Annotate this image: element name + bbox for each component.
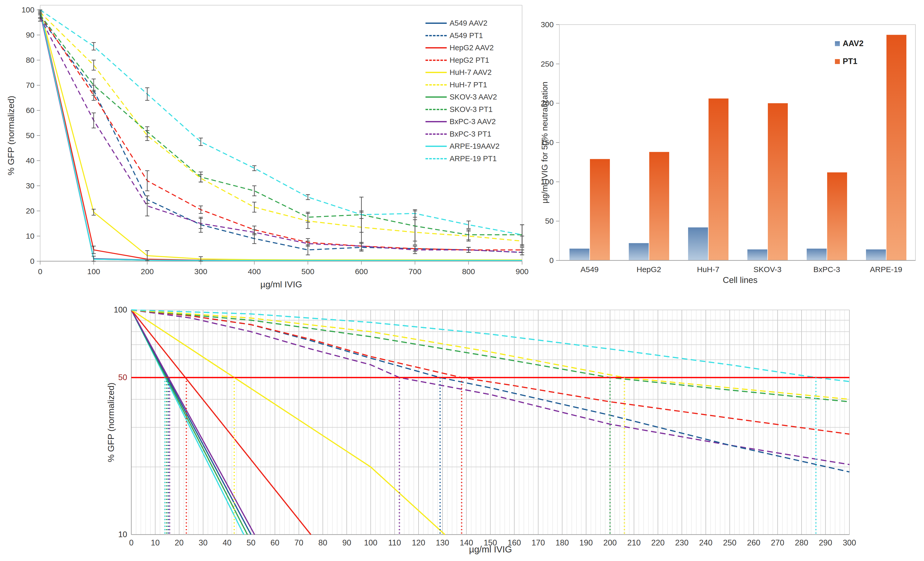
x-tick-label: 250 <box>723 538 736 547</box>
y-tick-label: 20 <box>26 206 34 215</box>
x-tick-label: 280 <box>795 538 808 547</box>
y-tick-label: 50 <box>118 373 127 382</box>
legend-line-sample <box>426 84 447 86</box>
x-tick-label: 400 <box>248 267 261 276</box>
x-tick-label: 100 <box>364 538 377 547</box>
legend-label: ARPE-19 PT1 <box>450 155 497 163</box>
bar-aav2-bxpc-3 <box>807 249 826 261</box>
legend-line-sample <box>426 109 447 110</box>
legend-item: ARPE-19 PT1 <box>426 153 500 165</box>
chart1-y-axis-label: % GFP (normalized) <box>6 96 16 175</box>
legend-swatch-pt1 <box>835 59 840 64</box>
x-tick-label: 210 <box>627 538 641 547</box>
y-tick-label: 50 <box>545 217 554 225</box>
y-tick-label: 90 <box>26 30 34 39</box>
x-tick-label: 120 <box>412 538 425 547</box>
chart2-legend: AAV2 PT1 <box>835 39 863 66</box>
x-tick-label: 80 <box>318 538 327 547</box>
chart2-x-axis-label: Cell lines <box>723 275 758 285</box>
bar-aav2-huh-7 <box>688 227 708 260</box>
x-tick-label: 10 <box>151 538 159 547</box>
chart2-y-axis-label: µg/ml IVIG for 50% neutralization <box>540 82 549 203</box>
legend-label: AAV2 <box>843 39 863 48</box>
legend-line-sample <box>426 134 447 135</box>
legend-item: SKOV-3 PT1 <box>426 104 500 116</box>
x-tick-label: 180 <box>555 538 569 547</box>
legend-line-sample <box>426 146 447 147</box>
x-tick-label: 900 <box>516 267 528 276</box>
legend-label: PT1 <box>843 57 858 66</box>
y-tick-label: 100 <box>114 305 127 314</box>
legend-item: HepG2 AAV2 <box>426 42 500 54</box>
x-tick-label: 170 <box>531 538 545 547</box>
legend-item: BxPC-3 AAV2 <box>426 116 500 128</box>
x-tick-label: 290 <box>819 538 832 547</box>
legend-line-sample <box>426 121 447 122</box>
y-tick-label: 80 <box>26 56 34 64</box>
legend-label: HuH-7 PT1 <box>450 81 487 89</box>
bar-aav2-arpe-19 <box>866 250 886 260</box>
legend-line-sample <box>426 60 447 61</box>
legend-label: HepG2 AAV2 <box>450 44 494 52</box>
legend-item: HuH-7 PT1 <box>426 79 500 91</box>
y-tick-label: 50 <box>26 131 34 140</box>
x-tick-label: 90 <box>342 538 351 547</box>
category-label: HuH-7 <box>697 265 719 274</box>
x-tick-label: 200 <box>141 267 154 276</box>
legend-label: SKOV-3 AAV2 <box>450 93 497 101</box>
legend-swatch-aav2 <box>835 41 840 46</box>
legend-line-sample <box>426 47 447 48</box>
legend-item: A549 AAV2 <box>426 17 500 30</box>
legend-item: HepG2 PT1 <box>426 54 500 66</box>
legend-label: HuH-7 AAV2 <box>450 68 492 77</box>
legend-label: SKOV-3 PT1 <box>450 105 492 114</box>
bar-pt1-arpe-19 <box>886 35 906 260</box>
series-hepg2-aav2 <box>131 310 311 535</box>
x-tick-label: 240 <box>699 538 712 547</box>
x-tick-label: 200 <box>603 538 617 547</box>
legend-label: ARPE-19AAV2 <box>450 142 500 150</box>
y-tick-label: 60 <box>26 106 34 114</box>
x-tick-label: 70 <box>294 538 303 547</box>
bar-pt1-huh-7 <box>708 98 729 260</box>
x-tick-label: 50 <box>246 538 255 547</box>
chart3-x-axis-label: µg/ml IVIG <box>469 544 512 555</box>
x-tick-label: 100 <box>87 267 100 276</box>
legend-label: A549 AAV2 <box>450 19 488 27</box>
legend-item: PT1 <box>835 57 863 66</box>
x-tick-label: 270 <box>771 538 784 547</box>
x-tick-label: 20 <box>175 538 184 547</box>
bar-pt1-hepg2 <box>649 152 669 260</box>
y-tick-label: 300 <box>541 20 554 29</box>
series-huh-7-aav2 <box>131 310 445 535</box>
bar-aav2-skov-3 <box>747 250 767 260</box>
y-tick-label: 10 <box>118 530 127 539</box>
x-tick-label: 130 <box>436 538 449 547</box>
y-tick-label: 0 <box>30 257 34 265</box>
legend-label: BxPC-3 PT1 <box>450 130 491 138</box>
y-tick-label: 0 <box>549 256 554 265</box>
chart1-legend: A549 AAV2 A549 PT1 HepG2 AAV2 HepG2 PT1 … <box>426 17 500 165</box>
ic50-log-line-chart: 0102030405060708090100110120130140150160… <box>0 298 924 561</box>
x-tick-label: 300 <box>843 538 856 547</box>
legend-label: A549 PT1 <box>450 32 483 40</box>
category-label: BxPC-3 <box>813 265 840 274</box>
x-tick-label: 600 <box>355 267 368 276</box>
legend-line-sample <box>426 23 447 24</box>
category-label: SKOV-3 <box>753 265 781 274</box>
legend-line-sample <box>426 72 447 73</box>
y-tick-label: 10 <box>26 232 34 240</box>
y-tick-label: 100 <box>21 6 34 14</box>
x-tick-label: 110 <box>388 538 401 547</box>
legend-line-sample <box>426 35 447 36</box>
y-tick-label: 40 <box>26 156 34 165</box>
bar-aav2-a549 <box>570 249 590 261</box>
y-tick-label: 250 <box>541 60 554 68</box>
x-tick-label: 260 <box>747 538 760 547</box>
legend-label: BxPC-3 AAV2 <box>450 117 496 126</box>
category-label: HepG2 <box>636 265 661 274</box>
x-tick-label: 30 <box>199 538 207 547</box>
bar-aav2-hepg2 <box>629 243 649 260</box>
chart3-y-axis-label: % GFP (normalized) <box>106 382 116 462</box>
x-tick-label: 0 <box>129 538 134 547</box>
